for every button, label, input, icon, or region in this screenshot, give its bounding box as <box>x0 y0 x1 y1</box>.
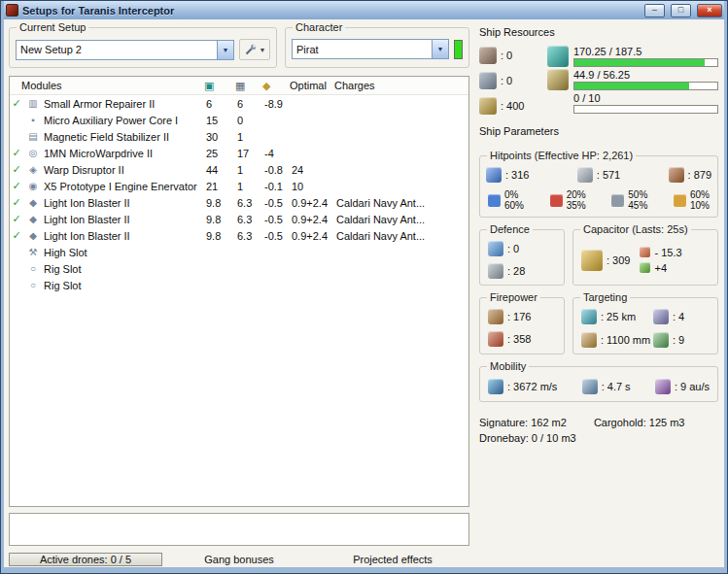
shield-recharge-icon <box>488 241 503 256</box>
empty-slot-row[interactable]: ○ Rig Slot <box>10 260 468 277</box>
module-optimal: 10 <box>290 181 334 192</box>
module-icon: ◉ <box>23 181 43 191</box>
capacitor-group: Capacitor (Lasts: 25s) : 309 - 15.3 +4 <box>572 229 718 286</box>
modules-header-row[interactable]: Modules ▣ ▦ ◆ Optimal Charges <box>10 77 468 95</box>
fitted-check-icon: ✓ <box>10 229 23 242</box>
maximize-button[interactable]: □ <box>671 4 691 17</box>
calibration-icon <box>479 97 497 115</box>
fitted-check-icon: ✓ <box>10 97 23 110</box>
module-powergrid: 6 <box>235 98 262 110</box>
warp-speed: : 9 au/s <box>655 379 710 394</box>
setup-tools-button[interactable]: ▼ <box>239 39 270 60</box>
kinetic-resist: 50% 45% <box>611 189 647 211</box>
capacitor-drain-icon <box>640 247 650 257</box>
cpu-column-icon[interactable]: ▣ <box>204 81 235 91</box>
dps: : 358 <box>488 331 560 347</box>
module-cap: -0.5 <box>262 214 290 225</box>
wrench-icon <box>244 43 258 56</box>
warp-speed-icon <box>655 379 671 394</box>
gang-bonuses-tab[interactable]: Gang bonuses <box>162 554 316 565</box>
modules-list[interactable]: Modules ▣ ▦ ◆ Optimal Charges ✓ ▥ Small … <box>9 76 469 507</box>
capacitor-recharge-value: +4 <box>654 262 667 274</box>
chevron-down-icon[interactable]: ▼ <box>217 41 233 59</box>
module-row[interactable]: ▪ Micro Auxiliary Power Core I 15 0 <box>10 112 468 128</box>
align-time-icon <box>582 379 598 394</box>
sensor-strength-icon <box>653 332 669 348</box>
mobility-title: Mobility <box>487 360 529 372</box>
module-row[interactable]: ▤ Magnetic Field Stabilizer II 30 1 <box>10 128 468 145</box>
drone-list[interactable] <box>9 513 469 546</box>
optimal-column-header[interactable]: Optimal <box>290 80 334 91</box>
ship-parameters-title: Ship Parameters <box>479 125 718 137</box>
module-name: Light Ion Blaster II <box>43 214 204 225</box>
app-icon <box>6 4 18 17</box>
kinetic-shield-resist: 50% <box>628 189 647 200</box>
module-row[interactable]: ✓ ▥ Small Armor Repairer II 6 6 -8.9 <box>10 95 468 112</box>
armor-repair-value: : 28 <box>507 265 525 277</box>
module-name: 1MN MicroWarpdrive II <box>43 148 204 159</box>
powergrid-column-icon[interactable]: ▦ <box>235 81 262 91</box>
setup-row: Current Setup New Setup 2 ▼ <box>9 27 469 68</box>
targeting-range-value: : 25 km <box>601 311 636 322</box>
close-button[interactable]: × <box>697 4 722 17</box>
module-powergrid: 17 <box>235 148 262 159</box>
em-shield-resist: 0% <box>504 189 524 200</box>
armor-icon <box>577 167 593 183</box>
thermal-resist-icon <box>550 194 563 207</box>
module-optimal: 0.9+2.4 <box>290 214 334 225</box>
modules-column-header[interactable]: Modules <box>10 80 204 91</box>
thermal-resist: 20% 35% <box>550 189 586 211</box>
current-setup-label: Current Setup <box>17 21 88 33</box>
module-icon: ◆ <box>23 214 43 224</box>
charges-column-header[interactable]: Charges <box>334 80 468 91</box>
chevron-down-icon[interactable]: ▼ <box>432 40 448 58</box>
module-row[interactable]: ✓ ◆ Light Ion Blaster II 9.8 6.3 -0.5 0.… <box>10 211 468 227</box>
align-time: : 4.7 s <box>582 379 631 394</box>
module-row[interactable]: ✓ ◉ X5 Prototype I Engine Enervator 21 1… <box>10 178 468 194</box>
character-select[interactable]: Pirat ▼ <box>292 39 449 59</box>
left-panel: Current Setup New Setup 2 ▼ <box>9 23 469 567</box>
module-cpu: 9.8 <box>204 214 235 225</box>
armor-hp: : 571 <box>577 167 620 183</box>
thermal-armor-resist: 35% <box>567 200 586 211</box>
module-cap: -8.9 <box>262 98 290 110</box>
capacitor-column-icon[interactable]: ◆ <box>262 81 290 91</box>
calibration-value: : 400 <box>501 100 524 112</box>
targeting-group: Targeting : 25 km : 4 : 1100 mm <box>572 297 718 355</box>
app-window: Setups for Taranis Interceptor – □ × Cur… <box>0 0 728 574</box>
module-row[interactable]: ✓ ◈ Warp Disruptor II 44 1 -0.8 24 <box>10 161 468 178</box>
empty-slot-row[interactable]: ⚒ High Slot <box>10 244 468 260</box>
armor-repair-icon <box>488 263 503 279</box>
module-cpu: 25 <box>204 148 235 159</box>
sensor-strength: : 9 <box>653 332 713 348</box>
targeting-range-icon <box>581 309 597 324</box>
max-targets-value: : 4 <box>673 311 684 322</box>
module-cpu: 9.8 <box>204 197 235 209</box>
shield-icon <box>486 167 502 183</box>
capacitor-title: Capacitor (Lasts: 25s) <box>580 223 691 235</box>
max-targets-icon <box>653 309 669 324</box>
dps-icon <box>488 331 503 347</box>
module-cap: -0.5 <box>262 230 290 242</box>
active-drones-bar[interactable]: Active drones: 0 / 5 <box>9 553 162 566</box>
module-name: Magnetic Field Stabilizer II <box>43 131 204 143</box>
empty-slot-row[interactable]: ○ Rig Slot <box>10 277 468 293</box>
module-optimal: 0.9+2.4 <box>290 197 334 209</box>
module-icon: ◈ <box>23 164 43 175</box>
ship-resources-block: : 0 : 0 : 400 170.25 / 187 <box>479 46 718 116</box>
projected-effects-tab[interactable]: Projected effects <box>316 554 469 565</box>
current-setup-select[interactable]: New Setup 2 ▼ <box>16 40 234 60</box>
mobility-group: Mobility : 3672 m/s : 4.7 s : 9 au/s <box>479 366 718 402</box>
minimize-button[interactable]: – <box>644 4 665 17</box>
max-targets: : 4 <box>653 309 713 324</box>
em-armor-resist: 60% <box>504 200 524 211</box>
module-cpu: 15 <box>204 115 235 126</box>
fitted-check-icon: ✓ <box>10 147 23 159</box>
module-row[interactable]: ✓ ◎ 1MN MicroWarpdrive II 25 17 -4 <box>10 145 468 161</box>
character-group: Character Pirat ▼ <box>285 27 469 68</box>
module-row[interactable]: ✓ ◆ Light Ion Blaster II 9.8 6.3 -0.5 0.… <box>10 194 468 211</box>
module-cpu: 44 <box>204 164 235 176</box>
module-powergrid: 1 <box>235 131 262 143</box>
module-row-selected[interactable]: ✓ ◆ Light Ion Blaster II 9.8 6.3 -0.5 0.… <box>10 227 468 244</box>
explosive-resist: 60% 10% <box>674 189 710 211</box>
